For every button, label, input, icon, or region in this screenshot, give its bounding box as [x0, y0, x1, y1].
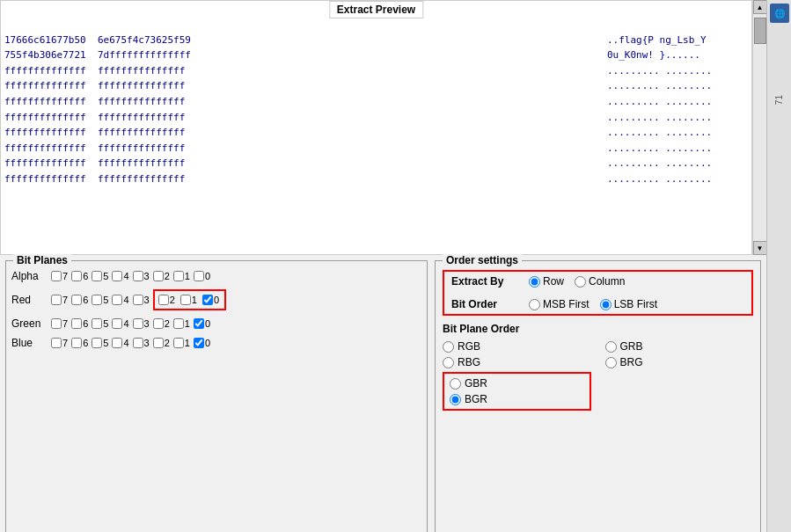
- sidebar-number: 71: [774, 95, 784, 105]
- alpha-bit-7[interactable]: 7: [51, 271, 68, 281]
- red-row: Red 7 6 5 4 3 2 1 0: [11, 289, 421, 310]
- blue-checkboxes: 7 6 5 4 3 2 1 0: [51, 338, 212, 348]
- gbr-option[interactable]: GBR: [450, 377, 584, 390]
- green-bit-3[interactable]: 3: [133, 318, 150, 329]
- blue-bit-1[interactable]: 1: [173, 338, 190, 348]
- red-bit-3[interactable]: 3: [133, 295, 150, 305]
- blue-bit-2[interactable]: 2: [153, 338, 170, 348]
- green-bit-6[interactable]: 6: [71, 318, 88, 329]
- bit-order-group: MSB First LSB First: [529, 298, 657, 310]
- scroll-down-button[interactable]: ▼: [753, 241, 767, 255]
- hex-col: 17666c61677b50 6e675f4c73625f59 755f4b30…: [4, 17, 607, 251]
- grb-option[interactable]: GRB: [605, 340, 754, 353]
- scroll-thumb[interactable]: [754, 18, 766, 44]
- blue-bit-6[interactable]: 6: [71, 338, 88, 348]
- red-bit-5[interactable]: 5: [92, 295, 108, 305]
- red-highlighted: 2 1 0: [153, 289, 226, 310]
- extract-by-row-label: Row: [543, 275, 564, 288]
- bgr-label: BGR: [465, 393, 487, 405]
- red-label: Red: [11, 294, 51, 306]
- brg-option[interactable]: BRG: [605, 356, 754, 368]
- bit-plane-order-grid: RGB GRB RBG BRG: [443, 340, 753, 411]
- lsb-first-option[interactable]: LSB First: [600, 298, 657, 310]
- green-bit-0[interactable]: 0: [194, 318, 210, 329]
- rgb-label: RGB: [458, 340, 480, 353]
- blue-bit-5[interactable]: 5: [92, 338, 108, 348]
- green-label: Green: [11, 317, 51, 330]
- extract-by-label: Extract By: [451, 275, 522, 288]
- rbg-option[interactable]: RBG: [443, 356, 591, 368]
- lsb-first-label: LSB First: [614, 298, 657, 310]
- green-bit-5[interactable]: 5: [92, 318, 108, 329]
- blue-bit-0[interactable]: 0: [194, 338, 210, 348]
- alpha-bit-0[interactable]: 0: [194, 271, 210, 281]
- red-bit-6[interactable]: 6: [71, 295, 88, 305]
- extract-by-column-option[interactable]: Column: [575, 275, 625, 288]
- red-bit-4[interactable]: 4: [112, 295, 128, 305]
- bit-plane-order-section: Bit Plane Order RGB GRB RBG: [443, 323, 753, 411]
- msb-first-label: MSB First: [543, 298, 590, 310]
- bottom-panels: Bit Planes Alpha 7 6 5 4 3 2 1 0: [0, 255, 766, 532]
- bit-order-row: Bit Order MSB First LSB First: [451, 298, 744, 310]
- text-col: ..flag{P ng_Lsb_Y 0u_K0nw! }...... .....…: [607, 17, 748, 251]
- blue-bit-4[interactable]: 4: [112, 338, 128, 348]
- brg-label: BRG: [620, 356, 643, 368]
- rbg-label: RBG: [458, 356, 480, 368]
- extract-by-group: Row Column: [529, 275, 625, 288]
- alpha-bit-4[interactable]: 4: [112, 271, 128, 281]
- preview-area: Extract Preview 17666c61677b50 6e675f4c7…: [0, 0, 752, 255]
- extract-by-row: Extract By Row Column: [451, 275, 744, 288]
- scrollbar-vertical[interactable]: ▲ ▼: [752, 0, 766, 255]
- alpha-bit-5[interactable]: 5: [92, 271, 108, 281]
- green-bit-7[interactable]: 7: [51, 318, 68, 329]
- alpha-label: Alpha: [11, 270, 51, 282]
- blue-bit-7[interactable]: 7: [51, 338, 68, 348]
- preview-area-wrapper: Extract Preview 17666c61677b50 6e675f4c7…: [0, 0, 766, 255]
- sidebar-globe-icon[interactable]: 🌐: [770, 4, 789, 23]
- blue-row: Blue 7 6 5 4 3 2 1 0: [11, 337, 421, 349]
- green-row: Green 7 6 5 4 3 2 1 0: [11, 317, 421, 330]
- red-bit-1[interactable]: 1: [180, 295, 197, 305]
- red-bit-0[interactable]: 0: [202, 295, 219, 305]
- hex-content: 17666c61677b50 6e675f4c73625f59 755f4b30…: [1, 1, 751, 254]
- grb-label: GRB: [620, 340, 643, 353]
- bit-planes-title: Bit Planes: [13, 254, 71, 266]
- blue-label: Blue: [11, 337, 51, 349]
- extract-by-column-label: Column: [589, 275, 625, 288]
- alpha-checkboxes: 7 6 5 4 3 2 1 0: [51, 271, 212, 281]
- rgb-option[interactable]: RGB: [443, 340, 591, 353]
- red-bit-7[interactable]: 7: [51, 295, 68, 305]
- sidebar-right: 🌐 71: [766, 0, 791, 532]
- scroll-up-button[interactable]: ▲: [753, 0, 767, 14]
- order-settings-title: Order settings: [443, 254, 522, 266]
- alpha-row: Alpha 7 6 5 4 3 2 1 0: [11, 270, 421, 282]
- alpha-bit-1[interactable]: 1: [173, 271, 190, 281]
- red-bit-2[interactable]: 2: [158, 295, 175, 305]
- green-checkboxes: 7 6 5 4 3 2 1 0: [51, 318, 212, 329]
- alpha-bit-3[interactable]: 3: [133, 271, 150, 281]
- bit-order-label: Bit Order: [451, 298, 522, 310]
- alpha-bit-2[interactable]: 2: [153, 271, 170, 281]
- order-settings-panel: Order settings Extract By Row Column: [435, 260, 761, 532]
- green-bit-1[interactable]: 1: [173, 318, 190, 329]
- gbr-bgr-border: GBR BGR: [443, 372, 591, 411]
- bottom-left-section: Bit Planes Alpha 7 6 5 4 3 2 1 0: [0, 255, 431, 532]
- green-bit-4[interactable]: 4: [112, 318, 128, 329]
- red-checkboxes: 7 6 5 4 3 2 1 0: [51, 289, 226, 310]
- msb-first-option[interactable]: MSB First: [529, 298, 590, 310]
- blue-bit-3[interactable]: 3: [133, 338, 150, 348]
- gbr-label: GBR: [465, 377, 487, 390]
- bit-plane-order-title: Bit Plane Order: [443, 323, 753, 335]
- bgr-option[interactable]: BGR: [450, 393, 584, 405]
- bit-planes-panel: Bit Planes Alpha 7 6 5 4 3 2 1 0: [5, 260, 428, 532]
- preview-area-inner: Extract Preview 17666c61677b50 6e675f4c7…: [0, 0, 752, 255]
- preview-title: Extract Preview: [329, 1, 423, 18]
- green-bit-2[interactable]: 2: [153, 318, 170, 329]
- alpha-bit-6[interactable]: 6: [71, 271, 88, 281]
- extract-by-bit-order-section: Extract By Row Column Bit Orde: [443, 270, 753, 316]
- extract-by-row-option[interactable]: Row: [529, 275, 564, 288]
